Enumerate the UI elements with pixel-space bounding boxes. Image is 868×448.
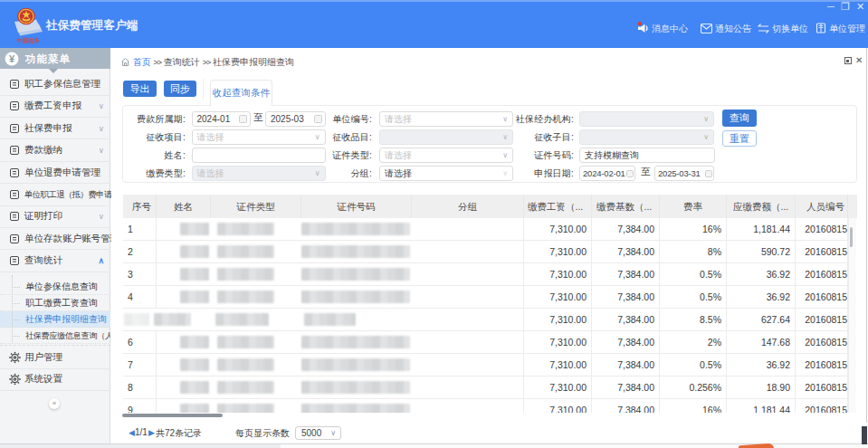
svg-text:¥: ¥ [9,53,15,64]
svg-text:中国税务: 中国税务 [17,37,41,44]
